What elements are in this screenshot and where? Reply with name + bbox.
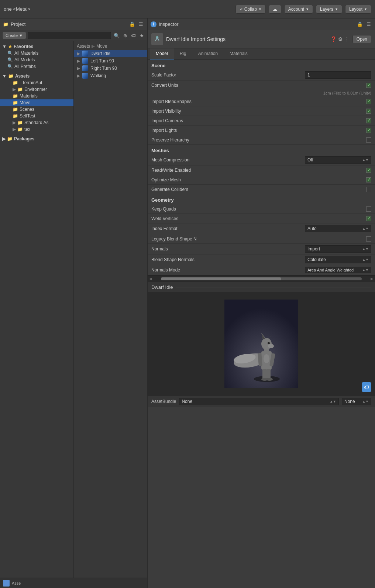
geometry-section-header: Geometry — [148, 194, 375, 204]
search-icon[interactable]: 🔍 — [113, 33, 121, 39]
scale-factor-input[interactable]: 1 — [305, 71, 371, 79]
sidebar-item-materials[interactable]: 📁 Materials — [0, 93, 73, 99]
import-visibility-row: Import Visibility — [148, 106, 375, 116]
sidebar-item-terrainaut[interactable]: 📁 _TerrainAut — [0, 79, 73, 86]
weld-vertices-row: Weld Vertices — [148, 214, 375, 223]
sidebar-item-tex[interactable]: ▶ 📁 tex — [0, 126, 73, 133]
arrow-leftturn-icon: ▶ — [77, 58, 80, 64]
sidebar-item-all-models[interactable]: 🔍 All Models — [0, 57, 73, 63]
folder-icon-move: 📁 — [13, 100, 18, 105]
preserve-hierarchy-checkbox[interactable] — [366, 137, 371, 143]
import-visibility-checkbox[interactable] — [366, 109, 371, 114]
breadcrumb-folder: Move — [96, 44, 107, 49]
asset-item-walking[interactable]: ▶ Walking — [74, 72, 147, 79]
settings-icon[interactable]: ⚙ — [338, 36, 343, 42]
index-format-label: Index Format — [151, 226, 305, 231]
account-button[interactable]: Account ▼ — [284, 5, 313, 14]
mesh-compression-dropdown[interactable]: Off ▲▼ — [305, 156, 371, 164]
asset-bundle-value-2: None — [344, 399, 355, 404]
sidebar-item-move[interactable]: 📁 Move — [0, 99, 73, 106]
optimize-mesh-checkbox[interactable] — [366, 177, 371, 182]
layout-button[interactable]: Layout ▼ — [345, 5, 371, 14]
account-arrow-icon: ▼ — [306, 7, 309, 11]
preview-section: Dwarf Idle — [148, 282, 375, 396]
folder-icon-env: 📁 — [17, 87, 23, 92]
help-icon[interactable]: ❓ — [330, 36, 337, 42]
tag-icon[interactable]: 🏷 — [130, 33, 137, 39]
normals-mode-dropdown[interactable]: Area And Angle Weighted ▲▼ — [305, 267, 371, 273]
weld-vertices-checkbox[interactable] — [366, 216, 371, 221]
arrow-rightturn-icon: ▶ — [77, 66, 80, 71]
tab-animation[interactable]: Animation — [192, 48, 224, 59]
inspector-menu-icon[interactable]: ☰ — [365, 21, 372, 27]
layers-label: Layers — [320, 7, 333, 12]
tabs-row: Model Rig Animation Materials — [148, 48, 375, 60]
read-write-checkbox[interactable] — [366, 168, 371, 173]
index-format-arrow-icon: ▲▼ — [362, 227, 369, 230]
collab-label: ✓ Collab — [240, 7, 257, 12]
collab-button[interactable]: ✓ Collab ▼ — [235, 5, 266, 14]
convert-units-checkbox[interactable] — [366, 83, 371, 88]
star-filter-icon[interactable]: ★ — [138, 33, 145, 39]
layers-button[interactable]: Layers ▼ — [316, 5, 342, 14]
horizontal-scrollbar[interactable]: ◀ ▶ — [148, 275, 375, 282]
asset-bundle-dropdown-1[interactable]: None ▲▼ — [179, 398, 339, 405]
folder-icon-tex: 📁 — [17, 127, 23, 132]
right-turn-label: Right Turn 90 — [90, 66, 117, 71]
tab-materials[interactable]: Materials — [224, 48, 254, 59]
keep-quads-checkbox[interactable] — [366, 206, 371, 212]
blend-shape-normals-dropdown[interactable]: Calculate ▲▼ — [305, 256, 371, 263]
breadcrumb-assets: Assets — [77, 44, 90, 49]
layout-label: Layout — [349, 7, 362, 12]
create-button[interactable]: Create ▼ — [2, 32, 26, 39]
inspector-info-icon: i — [151, 21, 156, 27]
keep-quads-label: Keep Quads — [151, 206, 366, 212]
asset-item-dwarf-idle[interactable]: ▶ Dwarf Idle — [74, 50, 147, 57]
favorites-star-icon: ★ — [8, 44, 12, 49]
project-bottom-bar: Asse — [0, 578, 147, 588]
lock-icon[interactable]: 🔒 — [128, 21, 136, 27]
sidebar-item-selftest[interactable]: 📁 SelfTest — [0, 113, 73, 119]
import-cameras-checkbox[interactable] — [366, 118, 371, 123]
preview-header: Dwarf Idle — [148, 282, 375, 292]
asset-item-left-turn[interactable]: ▶ Left Turn 90 — [74, 57, 147, 65]
sidebar-item-all-prefabs[interactable]: 🔍 All Prefabs — [0, 63, 73, 70]
svg-point-21 — [268, 342, 270, 344]
tab-rig[interactable]: Rig — [174, 48, 192, 59]
tab-model[interactable]: Model — [150, 48, 174, 59]
sidebar-item-all-materials[interactable]: 🔍 All Materials — [0, 50, 73, 57]
more-icon[interactable]: ⋮ — [344, 36, 350, 42]
open-button[interactable]: Open — [352, 35, 371, 43]
legacy-blend-checkbox[interactable] — [366, 236, 371, 242]
import-cameras-row: Import Cameras — [148, 116, 375, 126]
scale-factor-row: Scale Factor 1 — [148, 70, 375, 81]
ab-arrow-1-icon: ▲▼ — [330, 400, 336, 403]
menu-icon[interactable]: ☰ — [138, 21, 144, 27]
asset-bundle-value-1: None — [182, 399, 192, 404]
import-blendshapes-checkbox[interactable] — [366, 99, 371, 104]
asset-bundle-dropdown-2[interactable]: None ▲▼ — [342, 398, 371, 405]
connect-icon[interactable]: ⊕ — [122, 33, 128, 39]
search-input[interactable] — [28, 32, 111, 39]
generate-colliders-checkbox[interactable] — [366, 187, 371, 192]
index-format-dropdown[interactable]: Auto ▲▼ — [305, 225, 371, 232]
arrow-standard-icon: ▶ — [13, 120, 16, 125]
account-label: Account — [288, 7, 304, 12]
search-icon-prefabs: 🔍 — [7, 64, 13, 69]
sidebar-item-standard-as[interactable]: ▶ 📁 Standard As — [0, 119, 73, 126]
normals-value: Import — [307, 246, 320, 252]
normals-mode-arrow-icon: ▲▼ — [362, 268, 369, 272]
normals-dropdown[interactable]: Import ▲▼ — [305, 245, 371, 253]
inspector-lock-icon[interactable]: 🔒 — [356, 21, 364, 27]
asset-item-right-turn[interactable]: ▶ Right Turn 90 — [74, 65, 147, 72]
preview-tag-icon[interactable]: 🏷 — [362, 382, 371, 392]
sidebar-item-environment[interactable]: ▶ 📁 Environmer — [0, 86, 73, 93]
svg-point-0 — [156, 36, 158, 38]
sidebar-item-scenes[interactable]: 📁 Scenes — [0, 106, 73, 113]
cloud-button[interactable]: ☁ — [269, 5, 281, 14]
import-lights-checkbox[interactable] — [366, 128, 371, 133]
walking-label: Walking — [90, 73, 106, 78]
assets-section: ▼ 📁 Assets — [0, 72, 73, 79]
read-write-label: Read/Write Enabled — [151, 168, 366, 173]
character-preview-svg — [224, 300, 298, 388]
